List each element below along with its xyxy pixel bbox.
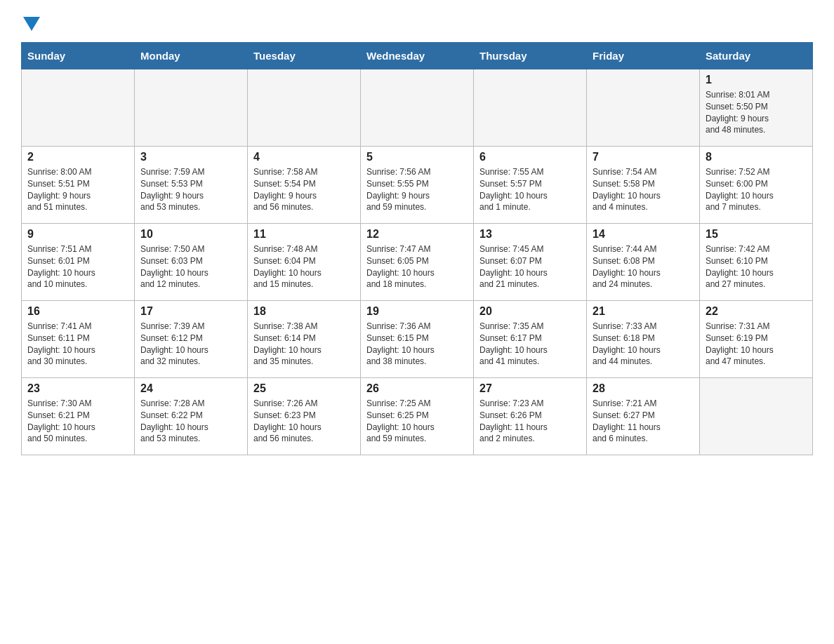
day-number: 21 (593, 305, 694, 318)
calendar-cell: 18Sunrise: 7:38 AM Sunset: 6:14 PM Dayli… (248, 301, 361, 378)
weekday-header-wednesday: Wednesday (361, 43, 474, 69)
calendar-cell (361, 69, 474, 147)
weekday-header-monday: Monday (135, 43, 248, 69)
day-info: Sunrise: 7:50 AM Sunset: 6:03 PM Dayligh… (140, 243, 241, 290)
day-number: 25 (253, 382, 355, 395)
calendar-cell (135, 69, 248, 147)
day-number: 19 (366, 305, 468, 318)
day-info: Sunrise: 7:28 AM Sunset: 6:22 PM Dayligh… (140, 398, 241, 445)
calendar-cell: 28Sunrise: 7:21 AM Sunset: 6:27 PM Dayli… (587, 378, 700, 455)
calendar-cell: 7Sunrise: 7:54 AM Sunset: 5:58 PM Daylig… (587, 147, 700, 224)
day-info: Sunrise: 7:26 AM Sunset: 6:23 PM Dayligh… (253, 398, 355, 445)
logo (21, 14, 40, 28)
calendar-cell: 15Sunrise: 7:42 AM Sunset: 6:10 PM Dayli… (700, 224, 813, 301)
day-info: Sunrise: 7:45 AM Sunset: 6:07 PM Dayligh… (479, 243, 581, 290)
day-number: 3 (140, 151, 241, 163)
day-info: Sunrise: 7:30 AM Sunset: 6:21 PM Dayligh… (27, 398, 128, 445)
calendar-cell: 2Sunrise: 8:00 AM Sunset: 5:51 PM Daylig… (22, 147, 135, 224)
day-number: 11 (253, 228, 355, 241)
weekday-header-saturday: Saturday (700, 43, 813, 69)
calendar-cell (22, 69, 135, 147)
calendar-cell: 17Sunrise: 7:39 AM Sunset: 6:12 PM Dayli… (135, 301, 248, 378)
day-number: 18 (253, 305, 355, 318)
day-info: Sunrise: 7:39 AM Sunset: 6:12 PM Dayligh… (140, 321, 241, 368)
day-info: Sunrise: 7:31 AM Sunset: 6:19 PM Dayligh… (706, 321, 807, 368)
calendar-cell: 1Sunrise: 8:01 AM Sunset: 5:50 PM Daylig… (700, 69, 813, 147)
day-number: 8 (706, 151, 807, 163)
weekday-header-tuesday: Tuesday (248, 43, 361, 69)
day-number: 4 (253, 151, 355, 163)
day-number: 23 (27, 382, 128, 395)
calendar-cell: 19Sunrise: 7:36 AM Sunset: 6:15 PM Dayli… (361, 301, 474, 378)
calendar-cell: 3Sunrise: 7:59 AM Sunset: 5:53 PM Daylig… (135, 147, 248, 224)
day-info: Sunrise: 7:42 AM Sunset: 6:10 PM Dayligh… (706, 243, 807, 290)
calendar-cell (474, 69, 587, 147)
day-number: 13 (479, 228, 581, 241)
day-info: Sunrise: 7:51 AM Sunset: 6:01 PM Dayligh… (27, 243, 128, 290)
day-info: Sunrise: 7:47 AM Sunset: 6:05 PM Dayligh… (366, 243, 468, 290)
day-info: Sunrise: 7:23 AM Sunset: 6:26 PM Dayligh… (479, 398, 581, 445)
day-info: Sunrise: 7:52 AM Sunset: 6:00 PM Dayligh… (706, 166, 807, 213)
day-number: 24 (140, 382, 241, 395)
weekday-header-row: SundayMondayTuesdayWednesdayThursdayFrid… (22, 43, 813, 69)
calendar-cell: 14Sunrise: 7:44 AM Sunset: 6:08 PM Dayli… (587, 224, 700, 301)
day-number: 7 (593, 151, 694, 163)
day-number: 10 (140, 228, 241, 241)
page-header (21, 14, 813, 28)
day-info: Sunrise: 7:25 AM Sunset: 6:25 PM Dayligh… (366, 398, 468, 445)
calendar-cell: 6Sunrise: 7:55 AM Sunset: 5:57 PM Daylig… (474, 147, 587, 224)
day-number: 20 (479, 305, 581, 318)
day-info: Sunrise: 7:55 AM Sunset: 5:57 PM Dayligh… (479, 166, 581, 213)
day-info: Sunrise: 7:54 AM Sunset: 5:58 PM Dayligh… (593, 166, 694, 213)
day-info: Sunrise: 7:44 AM Sunset: 6:08 PM Dayligh… (593, 243, 694, 290)
calendar-cell: 13Sunrise: 7:45 AM Sunset: 6:07 PM Dayli… (474, 224, 587, 301)
day-number: 22 (706, 305, 807, 318)
day-info: Sunrise: 8:01 AM Sunset: 5:50 PM Dayligh… (706, 89, 807, 136)
day-number: 6 (479, 151, 581, 163)
calendar-cell: 23Sunrise: 7:30 AM Sunset: 6:21 PM Dayli… (22, 378, 135, 455)
calendar-cell (587, 69, 700, 147)
day-number: 17 (140, 305, 241, 318)
day-number: 16 (27, 305, 128, 318)
calendar-cell: 20Sunrise: 7:35 AM Sunset: 6:17 PM Dayli… (474, 301, 587, 378)
week-row-1: 1Sunrise: 8:01 AM Sunset: 5:50 PM Daylig… (22, 69, 813, 147)
calendar-cell: 4Sunrise: 7:58 AM Sunset: 5:54 PM Daylig… (248, 147, 361, 224)
calendar-cell: 27Sunrise: 7:23 AM Sunset: 6:26 PM Dayli… (474, 378, 587, 455)
day-number: 9 (27, 228, 128, 241)
weekday-header-sunday: Sunday (22, 43, 135, 69)
week-row-5: 23Sunrise: 7:30 AM Sunset: 6:21 PM Dayli… (22, 378, 813, 455)
calendar-cell: 5Sunrise: 7:56 AM Sunset: 5:55 PM Daylig… (361, 147, 474, 224)
day-info: Sunrise: 7:21 AM Sunset: 6:27 PM Dayligh… (593, 398, 694, 445)
day-info: Sunrise: 7:33 AM Sunset: 6:18 PM Dayligh… (593, 321, 694, 368)
calendar-table: SundayMondayTuesdayWednesdayThursdayFrid… (21, 42, 813, 455)
calendar-cell: 21Sunrise: 7:33 AM Sunset: 6:18 PM Dayli… (587, 301, 700, 378)
day-number: 2 (27, 151, 128, 163)
calendar-cell: 22Sunrise: 7:31 AM Sunset: 6:19 PM Dayli… (700, 301, 813, 378)
week-row-4: 16Sunrise: 7:41 AM Sunset: 6:11 PM Dayli… (22, 301, 813, 378)
day-info: Sunrise: 8:00 AM Sunset: 5:51 PM Dayligh… (27, 166, 128, 213)
day-number: 12 (366, 228, 468, 241)
day-info: Sunrise: 7:38 AM Sunset: 6:14 PM Dayligh… (253, 321, 355, 368)
day-info: Sunrise: 7:59 AM Sunset: 5:53 PM Dayligh… (140, 166, 241, 213)
calendar-cell: 25Sunrise: 7:26 AM Sunset: 6:23 PM Dayli… (248, 378, 361, 455)
calendar-cell (248, 69, 361, 147)
day-info: Sunrise: 7:48 AM Sunset: 6:04 PM Dayligh… (253, 243, 355, 290)
logo-triangle-icon (23, 17, 40, 31)
calendar-cell: 11Sunrise: 7:48 AM Sunset: 6:04 PM Dayli… (248, 224, 361, 301)
day-info: Sunrise: 7:41 AM Sunset: 6:11 PM Dayligh… (27, 321, 128, 368)
calendar-cell: 26Sunrise: 7:25 AM Sunset: 6:25 PM Dayli… (361, 378, 474, 455)
calendar-cell: 16Sunrise: 7:41 AM Sunset: 6:11 PM Dayli… (22, 301, 135, 378)
day-number: 5 (366, 151, 468, 163)
calendar-cell (700, 378, 813, 455)
week-row-2: 2Sunrise: 8:00 AM Sunset: 5:51 PM Daylig… (22, 147, 813, 224)
day-info: Sunrise: 7:35 AM Sunset: 6:17 PM Dayligh… (479, 321, 581, 368)
weekday-header-thursday: Thursday (474, 43, 587, 69)
week-row-3: 9Sunrise: 7:51 AM Sunset: 6:01 PM Daylig… (22, 224, 813, 301)
day-number: 14 (593, 228, 694, 241)
weekday-header-friday: Friday (587, 43, 700, 69)
day-number: 26 (366, 382, 468, 395)
calendar-cell: 24Sunrise: 7:28 AM Sunset: 6:22 PM Dayli… (135, 378, 248, 455)
day-number: 15 (706, 228, 807, 241)
day-info: Sunrise: 7:56 AM Sunset: 5:55 PM Dayligh… (366, 166, 468, 213)
calendar-cell: 10Sunrise: 7:50 AM Sunset: 6:03 PM Dayli… (135, 224, 248, 301)
